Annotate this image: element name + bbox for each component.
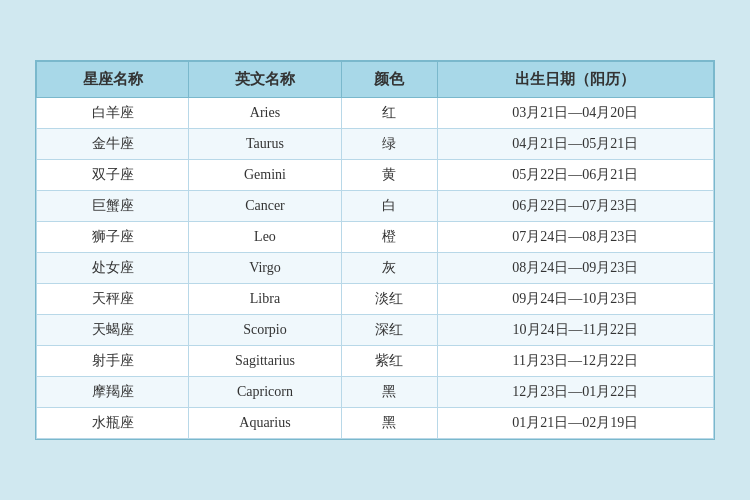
cell-dates: 10月24日—11月22日	[437, 315, 713, 346]
cell-chinese-name: 处女座	[37, 253, 189, 284]
cell-dates: 11月23日—12月22日	[437, 346, 713, 377]
cell-color: 黑	[341, 377, 437, 408]
cell-color: 红	[341, 98, 437, 129]
cell-english-name: Leo	[189, 222, 341, 253]
cell-english-name: Scorpio	[189, 315, 341, 346]
cell-color: 灰	[341, 253, 437, 284]
table-row: 狮子座Leo橙07月24日—08月23日	[37, 222, 714, 253]
cell-chinese-name: 巨蟹座	[37, 191, 189, 222]
cell-english-name: Capricorn	[189, 377, 341, 408]
zodiac-table-container: 星座名称 英文名称 颜色 出生日期（阳历） 白羊座Aries红03月21日—04…	[35, 60, 715, 440]
table-row: 摩羯座Capricorn黑12月23日—01月22日	[37, 377, 714, 408]
cell-color: 绿	[341, 129, 437, 160]
cell-chinese-name: 金牛座	[37, 129, 189, 160]
cell-english-name: Cancer	[189, 191, 341, 222]
cell-chinese-name: 狮子座	[37, 222, 189, 253]
cell-english-name: Sagittarius	[189, 346, 341, 377]
table-row: 双子座Gemini黄05月22日—06月21日	[37, 160, 714, 191]
cell-chinese-name: 摩羯座	[37, 377, 189, 408]
cell-dates: 01月21日—02月19日	[437, 408, 713, 439]
cell-dates: 07月24日—08月23日	[437, 222, 713, 253]
cell-color: 黄	[341, 160, 437, 191]
cell-color: 深红	[341, 315, 437, 346]
header-color: 颜色	[341, 62, 437, 98]
zodiac-table: 星座名称 英文名称 颜色 出生日期（阳历） 白羊座Aries红03月21日—04…	[36, 61, 714, 439]
table-row: 处女座Virgo灰08月24日—09月23日	[37, 253, 714, 284]
cell-english-name: Virgo	[189, 253, 341, 284]
table-row: 射手座Sagittarius紫红11月23日—12月22日	[37, 346, 714, 377]
header-birth-date: 出生日期（阳历）	[437, 62, 713, 98]
cell-english-name: Aquarius	[189, 408, 341, 439]
cell-dates: 04月21日—05月21日	[437, 129, 713, 160]
cell-color: 紫红	[341, 346, 437, 377]
cell-english-name: Taurus	[189, 129, 341, 160]
cell-english-name: Gemini	[189, 160, 341, 191]
cell-chinese-name: 天蝎座	[37, 315, 189, 346]
cell-chinese-name: 白羊座	[37, 98, 189, 129]
table-row: 金牛座Taurus绿04月21日—05月21日	[37, 129, 714, 160]
table-row: 巨蟹座Cancer白06月22日—07月23日	[37, 191, 714, 222]
table-body: 白羊座Aries红03月21日—04月20日金牛座Taurus绿04月21日—0…	[37, 98, 714, 439]
cell-chinese-name: 水瓶座	[37, 408, 189, 439]
cell-english-name: Aries	[189, 98, 341, 129]
cell-color: 黑	[341, 408, 437, 439]
cell-dates: 08月24日—09月23日	[437, 253, 713, 284]
cell-dates: 03月21日—04月20日	[437, 98, 713, 129]
table-row: 天蝎座Scorpio深红10月24日—11月22日	[37, 315, 714, 346]
table-header-row: 星座名称 英文名称 颜色 出生日期（阳历）	[37, 62, 714, 98]
cell-dates: 12月23日—01月22日	[437, 377, 713, 408]
cell-english-name: Libra	[189, 284, 341, 315]
table-row: 水瓶座Aquarius黑01月21日—02月19日	[37, 408, 714, 439]
cell-color: 白	[341, 191, 437, 222]
table-row: 白羊座Aries红03月21日—04月20日	[37, 98, 714, 129]
cell-dates: 05月22日—06月21日	[437, 160, 713, 191]
header-chinese-name: 星座名称	[37, 62, 189, 98]
cell-chinese-name: 射手座	[37, 346, 189, 377]
cell-dates: 09月24日—10月23日	[437, 284, 713, 315]
cell-chinese-name: 双子座	[37, 160, 189, 191]
cell-color: 淡红	[341, 284, 437, 315]
header-english-name: 英文名称	[189, 62, 341, 98]
cell-color: 橙	[341, 222, 437, 253]
table-row: 天秤座Libra淡红09月24日—10月23日	[37, 284, 714, 315]
cell-chinese-name: 天秤座	[37, 284, 189, 315]
cell-dates: 06月22日—07月23日	[437, 191, 713, 222]
